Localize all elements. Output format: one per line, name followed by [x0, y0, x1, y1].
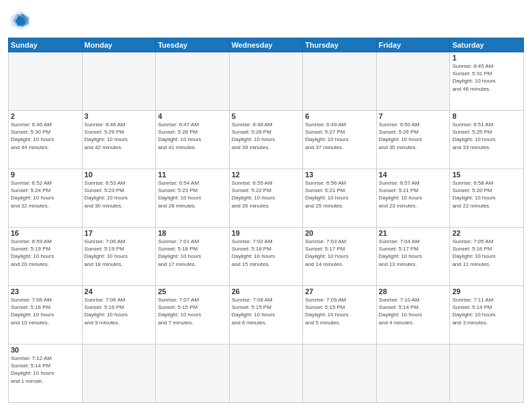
day-info: Sunrise: 6:46 AMSunset: 5:29 PMDaylight:…: [85, 121, 154, 151]
day-cell: 10Sunrise: 6:53 AMSunset: 5:23 PMDayligh…: [82, 169, 156, 228]
day-info: Sunrise: 6:49 AMSunset: 5:27 PMDaylight:…: [305, 121, 374, 151]
day-info: Sunrise: 7:12 AMSunset: 5:14 PMDaylight:…: [11, 355, 80, 385]
day-info: Sunrise: 6:59 AMSunset: 5:19 PMDaylight:…: [11, 238, 80, 268]
day-cell: 22Sunrise: 7:05 AMSunset: 5:16 PMDayligh…: [450, 228, 524, 286]
day-info: Sunrise: 6:53 AMSunset: 5:23 PMDaylight:…: [85, 179, 154, 210]
day-cell: [9, 52, 83, 111]
day-cell: 25Sunrise: 7:07 AMSunset: 5:15 PMDayligh…: [156, 286, 230, 345]
day-number: 26: [232, 287, 301, 295]
day-cell: 6Sunrise: 6:49 AMSunset: 5:27 PMDaylight…: [303, 111, 377, 169]
day-info: Sunrise: 7:05 AMSunset: 5:16 PMDaylight:…: [452, 238, 521, 268]
day-info: Sunrise: 7:06 AMSunset: 5:16 PMDaylight:…: [85, 296, 154, 326]
day-info: Sunrise: 7:06 AMSunset: 5:16 PMDaylight:…: [11, 296, 80, 326]
day-number: 18: [158, 229, 227, 237]
day-number: 21: [379, 229, 448, 237]
day-number: 20: [305, 229, 374, 237]
day-cell: 12Sunrise: 6:55 AMSunset: 5:22 PMDayligh…: [229, 169, 303, 228]
day-info: Sunrise: 6:48 AMSunset: 5:28 PMDaylight:…: [232, 121, 301, 151]
week-row-1: 1Sunrise: 6:45 AMSunset: 5:31 PMDaylight…: [9, 52, 524, 111]
day-info: Sunrise: 7:03 AMSunset: 5:17 PMDaylight:…: [305, 238, 374, 268]
logo-icon: [8, 8, 32, 32]
day-cell: [450, 345, 524, 403]
day-cell: 15Sunrise: 6:58 AMSunset: 5:20 PMDayligh…: [450, 169, 524, 228]
day-cell: 11Sunrise: 6:54 AMSunset: 5:23 PMDayligh…: [156, 169, 230, 228]
day-cell: 19Sunrise: 7:02 AMSunset: 5:18 PMDayligh…: [229, 228, 303, 286]
day-info: Sunrise: 6:54 AMSunset: 5:23 PMDaylight:…: [158, 179, 227, 210]
day-cell: 1Sunrise: 6:45 AMSunset: 5:31 PMDaylight…: [450, 52, 524, 111]
day-cell: 27Sunrise: 7:09 AMSunset: 5:15 PMDayligh…: [303, 286, 377, 345]
day-number: 6: [305, 112, 374, 120]
weekday-header-tuesday: Tuesday: [156, 38, 230, 52]
day-info: Sunrise: 6:45 AMSunset: 5:31 PMDaylight:…: [452, 62, 521, 93]
day-number: 2: [11, 112, 80, 120]
day-info: Sunrise: 6:50 AMSunset: 5:26 PMDaylight:…: [379, 121, 448, 151]
day-cell: 17Sunrise: 7:00 AMSunset: 5:19 PMDayligh…: [82, 228, 156, 286]
day-cell: 21Sunrise: 7:04 AMSunset: 5:17 PMDayligh…: [376, 228, 450, 286]
week-row-6: 30Sunrise: 7:12 AMSunset: 5:14 PMDayligh…: [9, 345, 524, 403]
day-number: 17: [85, 229, 154, 237]
weekday-header-thursday: Thursday: [303, 38, 377, 52]
day-cell: [229, 52, 303, 111]
day-number: 25: [158, 287, 227, 295]
day-info: Sunrise: 7:02 AMSunset: 5:18 PMDaylight:…: [232, 238, 301, 268]
day-number: 22: [452, 229, 521, 237]
weekday-header-sunday: Sunday: [9, 38, 83, 52]
day-info: Sunrise: 6:51 AMSunset: 5:25 PMDaylight:…: [452, 121, 521, 151]
day-info: Sunrise: 7:04 AMSunset: 5:17 PMDaylight:…: [379, 238, 448, 268]
day-cell: [376, 52, 450, 111]
day-cell: [82, 52, 156, 111]
day-number: 8: [452, 112, 521, 120]
day-number: 1: [452, 54, 521, 62]
day-cell: 16Sunrise: 6:59 AMSunset: 5:19 PMDayligh…: [9, 228, 83, 286]
day-cell: 14Sunrise: 6:57 AMSunset: 5:21 PMDayligh…: [376, 169, 450, 228]
day-info: Sunrise: 7:08 AMSunset: 5:15 PMDaylight:…: [232, 296, 301, 326]
day-info: Sunrise: 6:47 AMSunset: 5:28 PMDaylight:…: [158, 121, 227, 151]
day-cell: 2Sunrise: 6:46 AMSunset: 5:30 PMDaylight…: [9, 111, 83, 169]
day-info: Sunrise: 7:07 AMSunset: 5:15 PMDaylight:…: [158, 296, 227, 326]
day-cell: [229, 345, 303, 403]
day-info: Sunrise: 6:52 AMSunset: 5:24 PMDaylight:…: [11, 179, 80, 210]
day-cell: 3Sunrise: 6:46 AMSunset: 5:29 PMDaylight…: [82, 111, 156, 169]
weekday-header-monday: Monday: [82, 38, 156, 52]
day-number: 4: [158, 112, 227, 120]
day-number: 13: [305, 171, 374, 179]
day-cell: [303, 345, 377, 403]
day-number: 19: [232, 229, 301, 237]
day-number: 30: [11, 346, 80, 354]
week-row-3: 9Sunrise: 6:52 AMSunset: 5:24 PMDaylight…: [9, 169, 524, 228]
day-info: Sunrise: 6:55 AMSunset: 5:22 PMDaylight:…: [232, 179, 301, 210]
day-number: 3: [85, 112, 154, 120]
day-number: 11: [158, 171, 227, 179]
day-info: Sunrise: 7:09 AMSunset: 5:15 PMDaylight:…: [305, 296, 374, 326]
logo: [8, 8, 35, 32]
day-number: 23: [11, 287, 80, 295]
day-info: Sunrise: 6:46 AMSunset: 5:30 PMDaylight:…: [11, 121, 80, 151]
week-row-4: 16Sunrise: 6:59 AMSunset: 5:19 PMDayligh…: [9, 228, 524, 286]
day-number: 9: [11, 171, 80, 179]
day-info: Sunrise: 6:57 AMSunset: 5:21 PMDaylight:…: [379, 179, 448, 210]
day-info: Sunrise: 7:00 AMSunset: 5:19 PMDaylight:…: [85, 238, 154, 268]
weekday-header-wednesday: Wednesday: [229, 38, 303, 52]
day-number: 12: [232, 171, 301, 179]
day-cell: [82, 345, 156, 403]
day-cell: [156, 52, 230, 111]
day-cell: 26Sunrise: 7:08 AMSunset: 5:15 PMDayligh…: [229, 286, 303, 345]
day-number: 16: [11, 229, 80, 237]
day-info: Sunrise: 6:58 AMSunset: 5:20 PMDaylight:…: [452, 179, 521, 210]
day-number: 29: [452, 287, 521, 295]
day-cell: 18Sunrise: 7:01 AMSunset: 5:18 PMDayligh…: [156, 228, 230, 286]
page: SundayMondayTuesdayWednesdayThursdayFrid…: [0, 0, 532, 411]
week-row-5: 23Sunrise: 7:06 AMSunset: 5:16 PMDayligh…: [9, 286, 524, 345]
day-cell: 9Sunrise: 6:52 AMSunset: 5:24 PMDaylight…: [9, 169, 83, 228]
day-cell: [376, 345, 450, 403]
day-cell: 13Sunrise: 6:56 AMSunset: 5:21 PMDayligh…: [303, 169, 377, 228]
day-info: Sunrise: 6:56 AMSunset: 5:21 PMDaylight:…: [305, 179, 374, 210]
week-row-2: 2Sunrise: 6:46 AMSunset: 5:30 PMDaylight…: [9, 111, 524, 169]
day-cell: 20Sunrise: 7:03 AMSunset: 5:17 PMDayligh…: [303, 228, 377, 286]
day-cell: 29Sunrise: 7:11 AMSunset: 5:14 PMDayligh…: [450, 286, 524, 345]
day-cell: 7Sunrise: 6:50 AMSunset: 5:26 PMDaylight…: [376, 111, 450, 169]
day-info: Sunrise: 7:10 AMSunset: 5:14 PMDaylight:…: [379, 296, 448, 326]
day-cell: 4Sunrise: 6:47 AMSunset: 5:28 PMDaylight…: [156, 111, 230, 169]
weekday-header-row: SundayMondayTuesdayWednesdayThursdayFrid…: [9, 38, 524, 52]
day-number: 14: [379, 171, 448, 179]
